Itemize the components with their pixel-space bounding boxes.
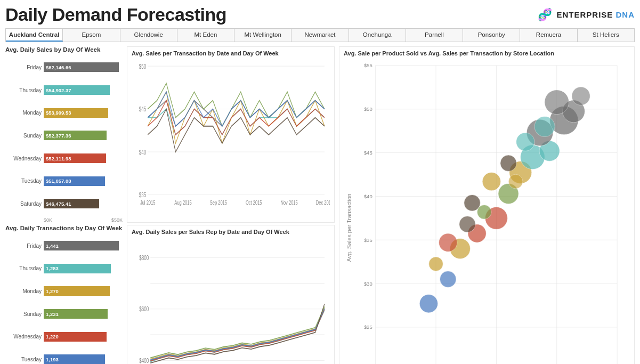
bar-fill: 1,193 — [44, 354, 105, 364]
logo-area: 🧬 ENTERPRISE DNA — [538, 8, 635, 22]
svg-text:$400: $400 — [139, 357, 149, 364]
bar-row: Monday $53,909.53 — [5, 107, 123, 119]
bar-outer: $54,902.37 — [44, 85, 123, 95]
tab-glendowie[interactable]: Glendowie — [120, 29, 177, 42]
bar-row: Thursday 1,283 — [5, 263, 123, 274]
svg-text:Nov 2015: Nov 2015 — [280, 199, 297, 206]
bar-fill: 1,283 — [44, 264, 111, 273]
tab-ponsonby[interactable]: Ponsonby — [463, 29, 520, 42]
tab-auckland-central[interactable]: Auckland Central — [6, 29, 63, 42]
avg-daily-sales-rep-title: Avg. Daily Sales per Sales Rep by Date a… — [132, 229, 330, 235]
bar-label: Friday — [5, 243, 42, 249]
bar-row: Saturday $46,475.41 — [5, 198, 123, 209]
svg-text:Sep 2015: Sep 2015 — [210, 199, 227, 206]
bar-label: Wednesday — [5, 334, 42, 339]
avg-daily-transactions-chart: Avg. Daily Transactions by Day Of Week F… — [5, 225, 123, 364]
svg-point-75 — [439, 233, 457, 252]
sales-axis-end: $50K — [111, 217, 123, 223]
bar-label: Friday — [5, 64, 42, 70]
bar-row: Thursday $54,902.37 — [5, 84, 123, 96]
avg-sales-transaction-chart: Avg. Sales per Transaction by Date and D… — [127, 46, 335, 223]
bar-outer: 1,220 — [44, 332, 123, 342]
tab-remuera[interactable]: Remuera — [520, 29, 577, 42]
bar-fill: $51,057.08 — [44, 176, 105, 186]
sales-axis-labels: $0K $50K — [5, 217, 123, 223]
svg-point-78 — [572, 87, 590, 105]
tab-st-heliers[interactable]: St Heliers — [578, 29, 634, 42]
header: Daily Demand Forecasting 🧬 ENTERPRISE DN… — [5, 4, 635, 25]
svg-text:$55: $55 — [364, 63, 372, 69]
avg-daily-sales-title: Avg. Daily Sales by Day Of Week — [5, 46, 123, 53]
svg-point-55 — [419, 295, 438, 313]
bar-outer: 1,283 — [44, 264, 123, 273]
avg-daily-sales-rep-svg: $400$600$800Jul 2015Aug 2015Sep 2015Oct … — [132, 237, 330, 364]
svg-text:$50: $50 — [364, 106, 372, 112]
avg-daily-transactions-title: Avg. Daily Transactions by Day Of Week — [5, 225, 123, 231]
content-area: Avg. Daily Sales by Day Of Week Friday $… — [5, 46, 635, 364]
svg-text:Avg. Sales per Transaction: Avg. Sales per Transaction — [346, 193, 352, 262]
tabs-bar: Auckland CentralEpsomGlendowieMt EdenMt … — [5, 28, 635, 42]
avg-sales-transaction-area: $35$40$45$50Jul 2015Aug 2015Sep 2015Oct … — [132, 58, 330, 219]
bar-outer: $52,377.36 — [44, 131, 123, 140]
bar-fill: $52,111.98 — [44, 153, 106, 163]
svg-point-74 — [459, 216, 476, 233]
scatter-title: Avg. Sale per Product Sold vs Avg. Sales… — [344, 50, 630, 56]
svg-text:$40: $40 — [364, 193, 372, 199]
sales-axis-start: $0K — [44, 217, 52, 223]
svg-point-63 — [482, 172, 500, 190]
avg-daily-sales-chart: Avg. Daily Sales by Day Of Week Friday $… — [5, 46, 123, 223]
svg-point-71 — [516, 133, 534, 151]
svg-text:Aug 2015: Aug 2015 — [174, 199, 191, 206]
svg-text:$35: $35 — [139, 191, 147, 198]
svg-text:$800: $800 — [139, 254, 149, 261]
bar-label: Saturday — [5, 201, 42, 207]
svg-text:$30: $30 — [364, 281, 372, 287]
bar-outer: $62,146.66 — [44, 62, 123, 72]
bar-outer: 1,193 — [44, 354, 123, 364]
bar-row: Wednesday $52,111.98 — [5, 152, 123, 164]
svg-text:$600: $600 — [139, 305, 149, 312]
bar-fill: 1,220 — [44, 332, 107, 342]
svg-text:Oct 2015: Oct 2015 — [246, 199, 262, 206]
tab-newmarket[interactable]: Newmarket — [291, 29, 349, 42]
tab-mt-wellington[interactable]: Mt Wellington — [234, 29, 291, 42]
bar-fill: $52,377.36 — [44, 131, 107, 140]
svg-text:$35: $35 — [364, 237, 372, 243]
avg-daily-sales-rep-area: $400$600$800Jul 2015Aug 2015Sep 2015Oct … — [132, 237, 330, 364]
bar-label: Wednesday — [5, 156, 42, 161]
svg-point-73 — [477, 205, 491, 220]
bar-fill: $46,475.41 — [44, 199, 99, 208]
scatter-svg: $20$25$30$35$40$45$50$55$10$15$20$25$30A… — [344, 58, 630, 364]
svg-text:$45: $45 — [364, 150, 372, 156]
bar-outer: 1,270 — [44, 286, 123, 296]
bar-label: Tuesday — [5, 357, 42, 362]
scatter-chart-section: Avg. Sale per Product Sold vs Avg. Sales… — [339, 46, 635, 364]
avg-daily-sales-bars: Friday $62,146.66 Thursday $54,902.37 Mo… — [5, 55, 123, 216]
bar-fill: 1,441 — [44, 241, 119, 250]
bar-row: Friday 1,441 — [5, 240, 123, 252]
bar-fill: $53,909.53 — [44, 108, 108, 118]
svg-text:$45: $45 — [139, 106, 147, 112]
bar-outer: $53,909.53 — [44, 108, 123, 118]
svg-text:Jul 2015: Jul 2015 — [140, 199, 156, 206]
tab-mt-eden[interactable]: Mt Eden — [177, 29, 234, 42]
bar-fill: 1,270 — [44, 286, 110, 296]
tab-parnell[interactable]: Parnell — [406, 29, 463, 42]
bar-outer: $52,111.98 — [44, 153, 123, 163]
svg-point-76 — [508, 174, 523, 189]
bar-label: Thursday — [5, 87, 42, 93]
svg-point-77 — [534, 116, 555, 136]
tab-epsom[interactable]: Epsom — [63, 29, 120, 42]
bar-fill: $54,902.37 — [44, 85, 110, 95]
bar-fill: 1,231 — [44, 309, 108, 319]
svg-text:$40: $40 — [139, 149, 147, 156]
bar-outer: 1,441 — [44, 241, 123, 250]
svg-text:$25: $25 — [364, 324, 372, 330]
tab-onehunga[interactable]: Onehunga — [349, 29, 406, 42]
bar-outer: $46,475.41 — [44, 199, 123, 208]
avg-sales-transaction-svg: $35$40$45$50Jul 2015Aug 2015Sep 2015Oct … — [132, 58, 330, 219]
avg-daily-transactions-bars: Friday 1,441 Thursday 1,283 Monday 1,270… — [5, 233, 123, 364]
bar-row: Monday 1,270 — [5, 285, 123, 297]
svg-point-70 — [500, 155, 517, 172]
dashboard: Daily Demand Forecasting 🧬 ENTERPRISE DN… — [0, 0, 640, 364]
